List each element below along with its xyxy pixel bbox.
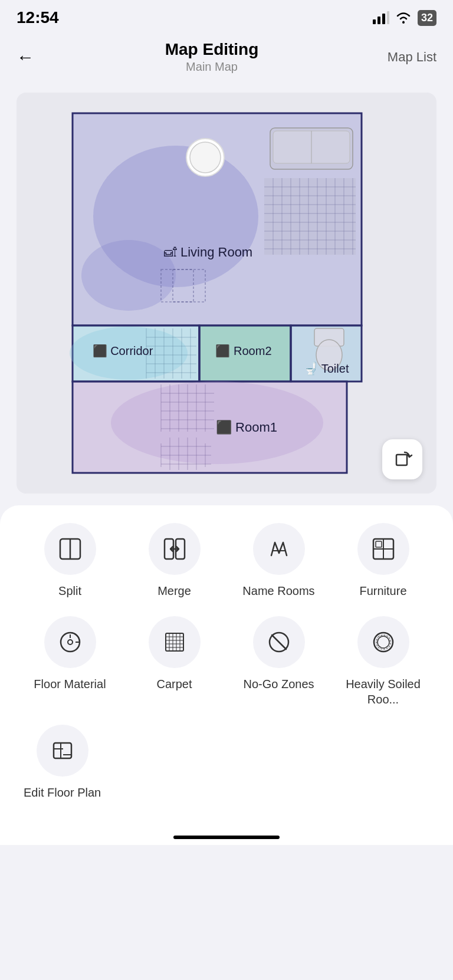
signal-icon [373,11,389,24]
svg-rect-3 [387,11,389,24]
svg-point-7 [81,240,176,311]
svg-rect-80 [396,455,407,465]
map-container: 🛋 Living Room [17,93,436,494]
furniture-icon [371,537,396,561]
edit-floor-plan-label: Edit Floor Plan [24,785,101,800]
svg-point-31 [190,142,221,173]
svg-rect-108 [54,743,71,758]
tool-furniture[interactable]: Furniture [337,523,429,598]
bottom-panel: Split Merge [0,505,453,824]
tool-heavily-soiled[interactable]: Heavily Soiled Roo... [337,616,429,707]
floor-material-label: Floor Material [34,676,106,692]
svg-text:⬛ Room2: ⬛ Room2 [215,344,271,358]
floor-material-icon-circle [44,616,96,668]
page-subtitle: Main Map [165,60,259,74]
svg-point-107 [378,636,389,648]
svg-text:⬛ Corridor: ⬛ Corridor [93,344,153,358]
tool-edit-floor-plan[interactable]: Edit Floor Plan [24,725,101,800]
status-icons: 32 [373,10,436,26]
edit-floor-plan-icon [50,738,75,763]
tools-grid: Split Merge [24,523,429,707]
svg-rect-0 [373,19,376,24]
page-title: Map Editing [165,40,259,59]
merge-label: Merge [157,583,191,598]
name-rooms-label: Name Rooms [242,583,314,598]
tool-merge[interactable]: Merge [128,523,221,598]
svg-rect-2 [382,14,385,24]
map-canvas[interactable]: 🛋 Living Room [17,93,436,494]
tool-name-rooms[interactable]: Name Rooms [232,523,325,598]
svg-rect-90 [376,541,382,547]
rotate-button[interactable] [382,439,422,479]
tool-split[interactable]: Split [24,523,116,598]
wifi-icon [395,11,412,24]
svg-point-4 [402,21,405,24]
tool-carpet[interactable]: Carpet [128,616,221,707]
no-go-zones-icon-circle [253,616,305,668]
heavily-soiled-label: Heavily Soiled Roo... [337,676,429,707]
carpet-icon [162,630,187,655]
svg-rect-95 [166,633,183,651]
rotate-icon [392,449,413,470]
tool-floor-material[interactable]: Floor Material [24,616,116,707]
back-button[interactable]: ← [17,47,46,67]
header: ← Map Editing Main Map Map List [0,31,453,81]
home-bar [173,836,280,839]
edit-floor-plan-icon-circle [37,725,88,777]
split-icon-circle [44,523,96,575]
svg-text:🛋 Living Room: 🛋 Living Room [164,245,252,259]
carpet-label: Carpet [156,676,192,692]
edit-floor-plan-row: Edit Floor Plan [24,725,429,800]
merge-icon-circle [149,523,201,575]
svg-rect-1 [378,17,380,24]
home-indicator [0,824,453,845]
status-bar: 12:54 32 [0,0,453,31]
split-icon [58,537,83,561]
heavily-soiled-icon-circle [357,616,409,668]
status-time: 12:54 [17,8,59,27]
merge-icon [162,537,187,561]
svg-text:⬛ Room1: ⬛ Room1 [216,419,277,435]
floor-material-icon [58,630,83,655]
name-rooms-icon [267,537,291,561]
header-title-block: Map Editing Main Map [165,40,259,74]
svg-rect-11 [264,178,356,255]
tool-no-go-zones[interactable]: No-Go Zones [232,616,325,707]
furniture-icon-circle [357,523,409,575]
svg-text:🚽 Toilet: 🚽 Toilet [304,361,349,376]
name-rooms-icon-circle [253,523,305,575]
no-go-zones-label: No-Go Zones [243,676,314,692]
heavily-soiled-icon [371,630,396,655]
map-list-button[interactable]: Map List [378,50,436,65]
no-go-zones-icon [267,630,291,655]
furniture-label: Furniture [359,583,406,598]
svg-line-105 [272,635,286,649]
carpet-icon-circle [149,616,201,668]
svg-point-106 [374,633,393,652]
split-label: Split [58,583,81,598]
floor-plan: 🛋 Living Room [70,110,365,476]
svg-point-92 [68,640,73,644]
battery-icon: 32 [418,10,436,26]
